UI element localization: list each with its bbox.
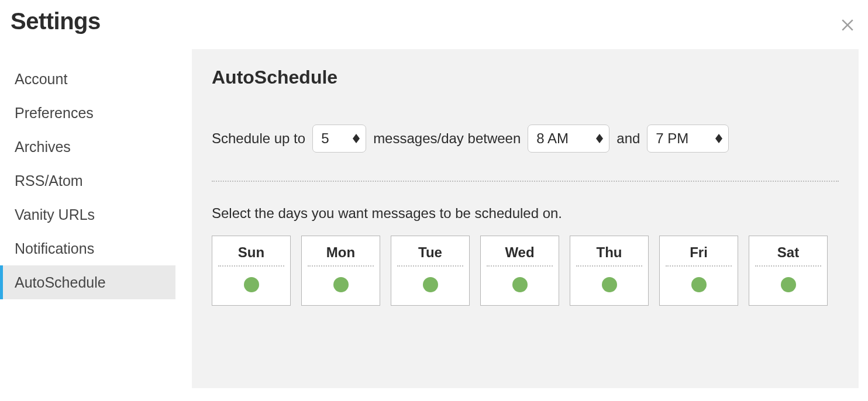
- panel-title: AutoSchedule: [212, 67, 839, 88]
- day-toggle-fri[interactable]: Fri: [659, 236, 738, 306]
- day-toggle-wed[interactable]: Wed: [480, 236, 559, 306]
- schedule-row: Schedule up to 5 messages/day between 8 …: [212, 125, 839, 153]
- day-toggle-sat[interactable]: Sat: [749, 236, 828, 306]
- start-time-select[interactable]: 8 AM: [528, 125, 609, 153]
- end-time-select[interactable]: 7 PM: [647, 125, 729, 153]
- day-label: Sun: [218, 238, 284, 267]
- svg-marker-1: [353, 139, 360, 143]
- select-stepper-icon: [353, 134, 360, 143]
- schedule-text-and: and: [616, 130, 640, 147]
- svg-marker-0: [353, 134, 360, 139]
- svg-marker-5: [715, 139, 722, 143]
- section-divider: [212, 181, 839, 182]
- day-label: Fri: [666, 238, 732, 267]
- schedule-text-mid: messages/day between: [373, 130, 521, 147]
- sidebar-item-account[interactable]: Account: [0, 62, 175, 96]
- svg-marker-3: [596, 139, 603, 143]
- status-dot-icon: [423, 277, 438, 292]
- select-stepper-icon: [715, 134, 722, 143]
- autoschedule-panel: AutoSchedule Schedule up to 5 messages/d…: [192, 49, 859, 388]
- day-toggle-tue[interactable]: Tue: [391, 236, 470, 306]
- days-row: Sun Mon Tue Wed: [212, 236, 839, 306]
- sidebar-item-notifications[interactable]: Notifications: [0, 231, 175, 265]
- day-label: Sat: [755, 238, 821, 267]
- status-dot-icon: [512, 277, 528, 292]
- day-label: Mon: [308, 238, 374, 267]
- end-time-value: 7 PM: [656, 130, 688, 147]
- day-label: Tue: [397, 238, 463, 267]
- start-time-value: 8 AM: [536, 130, 569, 147]
- page-title: Settings: [11, 8, 101, 34]
- close-button[interactable]: [839, 15, 856, 33]
- sidebar-item-archives[interactable]: Archives: [0, 130, 175, 164]
- status-dot-icon: [602, 277, 617, 292]
- sidebar-item-vanity-urls[interactable]: Vanity URLs: [0, 198, 175, 231]
- svg-marker-4: [715, 134, 722, 139]
- select-stepper-icon: [596, 134, 603, 143]
- messages-per-day-select[interactable]: 5: [312, 125, 366, 153]
- svg-marker-2: [596, 134, 603, 139]
- sidebar-item-preferences[interactable]: Preferences: [0, 96, 175, 130]
- messages-per-day-value: 5: [321, 130, 329, 147]
- settings-sidebar: Account Preferences Archives RSS/Atom Va…: [0, 62, 175, 299]
- schedule-text-prefix: Schedule up to: [212, 130, 305, 147]
- status-dot-icon: [691, 277, 707, 292]
- sidebar-item-autoschedule[interactable]: AutoSchedule: [0, 265, 175, 299]
- status-dot-icon: [333, 277, 349, 292]
- days-instruction: Select the days you want messages to be …: [212, 205, 839, 222]
- sidebar-item-rss-atom[interactable]: RSS/Atom: [0, 164, 175, 198]
- day-label: Wed: [487, 238, 553, 267]
- day-toggle-thu[interactable]: Thu: [570, 236, 649, 306]
- status-dot-icon: [781, 277, 796, 292]
- status-dot-icon: [244, 277, 259, 292]
- day-toggle-sun[interactable]: Sun: [212, 236, 291, 306]
- close-icon: [839, 25, 856, 34]
- day-label: Thu: [576, 238, 642, 267]
- day-toggle-mon[interactable]: Mon: [301, 236, 380, 306]
